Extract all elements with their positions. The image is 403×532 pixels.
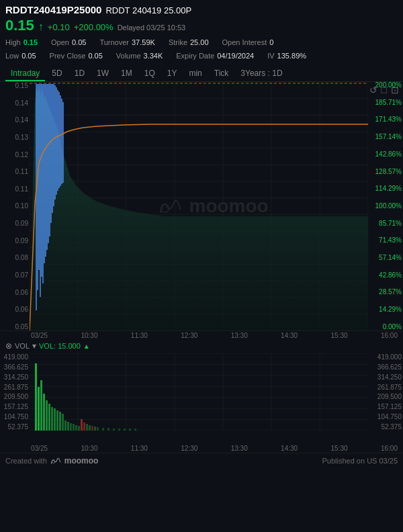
open-label: Open — [51, 38, 69, 46]
svg-rect-73 — [64, 420, 66, 431]
tab-1m[interactable]: 1M — [116, 66, 138, 81]
volume-current-value: VOL: 15.000 — [39, 342, 81, 350]
main-chart: ↺ □ ⊡ 0.15 0.14 0.14 0.13 0.12 0.11 0.11… — [0, 82, 403, 330]
volume-label: Volume — [116, 52, 141, 60]
high-value: 0.15 — [24, 38, 38, 46]
svg-rect-62 — [35, 363, 37, 431]
time-label-1600: 16:00 — [381, 332, 398, 339]
svg-rect-69 — [54, 408, 56, 431]
tab-1q[interactable]: 1Q — [139, 66, 161, 81]
volume-trend-icon: ▲ — [83, 343, 90, 350]
price-change: +0.10 — [48, 22, 70, 32]
svg-rect-89 — [118, 429, 120, 431]
chart-svg — [30, 82, 368, 330]
expiry-label: Expiry Date — [176, 52, 214, 60]
svg-rect-67 — [48, 404, 50, 431]
high-label: High — [5, 38, 21, 46]
svg-rect-77 — [75, 425, 77, 431]
tab-tick[interactable]: Tick — [209, 66, 234, 81]
strike-value: 25.00 — [190, 38, 209, 46]
volume-left-axis: 419.000 366.625 314.250 261.875 209.500 … — [0, 353, 30, 431]
main-time-axis: 03/25 10:30 11:30 12:30 13:30 14:30 15:3… — [0, 330, 403, 340]
svg-rect-87 — [107, 428, 109, 431]
svg-rect-68 — [51, 407, 53, 431]
open-interest-label: Open Interest — [222, 38, 267, 46]
svg-rect-81 — [86, 424, 88, 431]
svg-rect-90 — [124, 429, 126, 431]
time-label-1230: 12:30 — [181, 332, 197, 339]
time-label-1430: 14:30 — [281, 332, 298, 339]
price-direction-icon: ↑ — [38, 21, 44, 33]
ticker-name: RDDT 240419 25.00P — [105, 5, 191, 15]
iv-value: 135.89% — [277, 52, 306, 60]
prev-close-label: Prev Close — [50, 52, 86, 60]
expiry-value: 04/19/2024 — [217, 52, 254, 60]
volume-dropdown-icon[interactable]: ▾ — [32, 341, 36, 351]
svg-rect-86 — [102, 428, 104, 431]
svg-rect-91 — [129, 429, 131, 431]
svg-rect-92 — [134, 429, 136, 431]
tab-1w[interactable]: 1W — [91, 66, 114, 81]
time-label-1530: 15:30 — [331, 332, 348, 339]
svg-rect-75 — [70, 423, 72, 431]
turnover-value: 37.59K — [132, 38, 155, 46]
open-value: 0.05 — [72, 38, 86, 46]
chart-zoom-out-icon[interactable]: □ — [382, 85, 387, 95]
tab-3years[interactable]: 3Years : 1D — [235, 66, 287, 81]
time-label-1330: 13:30 — [231, 332, 248, 339]
tab-5d[interactable]: 5D — [46, 66, 67, 81]
vol-time-1430: 14:30 — [281, 445, 298, 452]
chart-controls[interactable]: ↺ □ ⊡ — [369, 85, 399, 95]
chart-settings-icon[interactable]: ⊡ — [391, 85, 399, 95]
stats-row-1: High 0.15 Open 0.05 Turnover 37.59K Stri… — [0, 36, 403, 49]
tab-intraday[interactable]: Intraday — [5, 66, 45, 81]
iv-label: IV — [267, 52, 274, 60]
svg-rect-80 — [83, 423, 85, 431]
volume-close-icon[interactable]: ⊗ — [5, 341, 12, 351]
low-value: 0.05 — [21, 52, 36, 60]
tab-1y[interactable]: 1Y — [162, 66, 183, 81]
chart-tabs: Intraday 5D 1D 1W 1M 1Q 1Y min Tick 3Yea… — [0, 62, 403, 82]
ticker-symbol: RDDT240419P25000 — [5, 4, 101, 15]
vol-time-1330: 13:30 — [231, 445, 248, 452]
svg-rect-74 — [67, 422, 69, 431]
time-label-0325: 03/25 — [31, 332, 48, 339]
tab-min[interactable]: min — [183, 66, 207, 81]
tab-1d[interactable]: 1D — [69, 66, 90, 81]
time-label-1030: 10:30 — [81, 332, 97, 339]
vol-time-1600: 16:00 — [381, 445, 398, 452]
volume-time-axis: 03/25 10:30 11:30 12:30 13:30 14:30 15:3… — [0, 444, 403, 453]
svg-rect-88 — [113, 429, 115, 431]
brand-name: moomoo — [64, 456, 99, 466]
current-price: 0.15 — [5, 17, 34, 34]
vol-time-1130: 11:30 — [131, 445, 148, 452]
svg-rect-72 — [62, 414, 64, 431]
volume-svg — [30, 353, 368, 431]
svg-rect-79 — [81, 419, 83, 431]
chart-reset-icon[interactable]: ↺ — [369, 85, 377, 95]
footer: Created with moomoo Published on US 03/2… — [0, 453, 403, 468]
volume-panel: ⊗ VOL ▾ VOL: 15.000 ▲ — [0, 340, 403, 444]
published-label: Published on US 03/25 — [322, 457, 398, 465]
svg-rect-66 — [46, 400, 48, 431]
svg-rect-85 — [97, 427, 99, 431]
time-label-1130: 11:30 — [131, 332, 148, 339]
created-with-label: Created with — [5, 457, 47, 465]
low-label: Low — [5, 52, 19, 60]
volume-label: VOL — [15, 342, 30, 350]
svg-rect-76 — [73, 424, 75, 431]
svg-rect-84 — [94, 427, 96, 431]
vol-time-1530: 15:30 — [331, 445, 348, 452]
volume-header: ⊗ VOL ▾ VOL: 15.000 ▲ — [0, 340, 403, 352]
svg-rect-82 — [89, 425, 91, 431]
volume-value: 3.34K — [144, 52, 163, 60]
header: RDDT240419P25000 RDDT 240419 25.00P 0.15… — [0, 0, 403, 36]
strike-label: Strike — [169, 38, 187, 46]
stats-row-2: Low 0.05 Prev Close 0.05 Volume 3.34K Ex… — [0, 49, 403, 62]
vol-time-1230: 12:30 — [181, 445, 197, 452]
svg-rect-83 — [91, 426, 93, 431]
left-price-axis: 0.15 0.14 0.14 0.13 0.12 0.11 0.11 0.10 … — [0, 82, 30, 330]
footer-right: Published on US 03/25 — [322, 457, 398, 465]
delayed-label: Delayed 03/25 10:53 — [118, 24, 186, 32]
svg-rect-70 — [56, 410, 58, 431]
